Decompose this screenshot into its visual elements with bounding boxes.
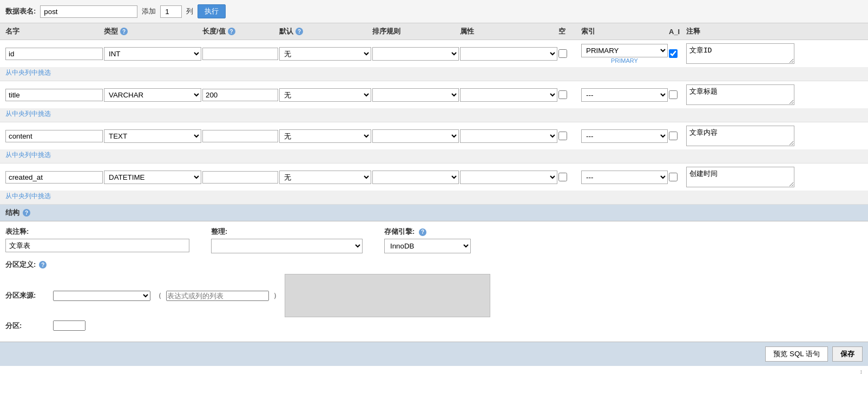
col-default-header: 默认 ?	[279, 27, 371, 36]
field-index-content[interactable]: ---PRIMARYUNIQUEINDEX	[581, 129, 668, 143]
collation-group: 整理:	[211, 227, 363, 253]
partition-source-select[interactable]	[53, 291, 150, 301]
field-attributes-content[interactable]	[460, 129, 557, 143]
field-ai-created-at[interactable]	[669, 173, 678, 181]
primary-label-id: PRIMARY	[611, 57, 638, 64]
field-null-id[interactable]	[558, 49, 567, 58]
length-help-icon[interactable]: ?	[228, 28, 235, 35]
field-attributes-title[interactable]	[460, 88, 557, 102]
row-id-main: INT VARCHARTEXTDATETIME 无NULL PRIMARY --…	[0, 40, 868, 67]
field-length-created-at[interactable]	[202, 171, 278, 184]
field-index-title[interactable]: ---PRIMARYUNIQUEINDEX	[581, 88, 668, 102]
engine-help-icon[interactable]: ?	[419, 228, 426, 236]
save-button[interactable]: 保存	[832, 346, 863, 362]
field-collation-title[interactable]	[372, 88, 459, 102]
col-name-header: 名字	[5, 27, 103, 36]
field-default-title[interactable]: 无NULL	[279, 88, 371, 102]
partition-section: 分区定义: ? 分区来源: （ ） 分区:	[5, 260, 863, 331]
row-id-sub: 从中央列中挑选	[0, 67, 868, 81]
partition-label: 分区:	[5, 321, 49, 331]
field-name-created-at[interactable]	[5, 171, 103, 184]
field-length-title[interactable]	[202, 89, 278, 101]
add-count-input[interactable]	[160, 5, 182, 18]
structure-help-icon[interactable]: ?	[23, 209, 30, 217]
row-id: INT VARCHARTEXTDATETIME 无NULL PRIMARY --…	[0, 40, 868, 81]
footer-bar: 预览 SQL 语句 保存	[0, 342, 868, 366]
type-help-icon[interactable]: ?	[120, 28, 128, 35]
col-attributes-header: 属性	[460, 27, 557, 36]
central-col-link-content[interactable]: 从中央列中挑选	[5, 151, 51, 159]
table-comment-group: 表注释:	[5, 227, 189, 252]
field-type-title[interactable]: INT VARCHARTEXTDATETIME	[104, 88, 201, 102]
default-help-icon[interactable]: ?	[295, 28, 303, 35]
row-created-at-sub: 从中央列中挑选	[0, 191, 868, 204]
table-name-label: 数据表名:	[5, 6, 36, 16]
row-content: INTVARCHAR TEXTDATETIME 无NULL ---PRIMARY…	[0, 122, 868, 163]
storage-engine-select[interactable]: InnoDB MyISAMMEMORYCSV	[384, 239, 471, 253]
row-content-main: INTVARCHAR TEXTDATETIME 无NULL ---PRIMARY…	[0, 122, 868, 149]
field-default-content[interactable]: 无NULL	[279, 129, 371, 143]
table-comment-input[interactable]	[5, 239, 189, 252]
column-label: 列	[186, 6, 193, 16]
field-attributes-id[interactable]	[460, 47, 557, 61]
partition-area	[285, 274, 490, 317]
field-null-content[interactable]	[558, 132, 567, 140]
col-ai-header: A_I	[669, 28, 685, 36]
field-default-created-at[interactable]: 无NULLCURRENT_TIMESTAMP	[279, 171, 371, 184]
field-ai-id[interactable]	[669, 49, 678, 58]
execute-button[interactable]: 执行	[198, 4, 226, 18]
row-title-sub: 从中央列中挑选	[0, 108, 868, 122]
field-type-content[interactable]: INTVARCHAR TEXTDATETIME	[104, 129, 201, 143]
field-collation-content[interactable]	[372, 129, 459, 143]
storage-engine-label: 存储引擎: ?	[384, 227, 471, 237]
field-collation-created-at[interactable]	[372, 171, 459, 184]
field-length-content[interactable]	[202, 130, 278, 142]
field-length-id[interactable]	[202, 48, 278, 60]
central-col-link-title[interactable]: 从中央列中挑选	[5, 110, 51, 117]
field-comment-id[interactable]: 文章ID	[686, 43, 794, 64]
col-collation-header: 排序规则	[372, 27, 459, 36]
col-type-header: 类型 ?	[104, 27, 201, 36]
storage-engine-group: 存储引擎: ? InnoDB MyISAMMEMORYCSV	[384, 227, 471, 253]
col-null-header: 空	[558, 27, 580, 36]
collation-select[interactable]	[211, 239, 363, 253]
central-col-link-id[interactable]: 从中央列中挑选	[5, 69, 51, 76]
row-title-main: INT VARCHARTEXTDATETIME 无NULL ---PRIMARY…	[0, 81, 868, 108]
field-collation-id[interactable]	[372, 47, 459, 61]
field-default-id[interactable]: 无NULL	[279, 47, 371, 61]
field-type-id[interactable]: INT VARCHARTEXTDATETIME	[104, 47, 201, 61]
field-ai-content[interactable]	[669, 132, 678, 140]
paren-close: ）	[273, 291, 280, 300]
table-name-input[interactable]	[40, 5, 137, 18]
bottom-section: 表注释: 整理: 存储引擎: ? InnoDB MyISAMMEMORYCSV …	[0, 221, 868, 336]
field-name-title[interactable]	[5, 89, 103, 101]
field-comment-title[interactable]: 文章标题	[686, 84, 794, 105]
field-index-id[interactable]: PRIMARY ---UNIQUEINDEX	[581, 44, 668, 57]
field-ai-title[interactable]	[669, 90, 678, 99]
collation-label: 整理:	[211, 227, 363, 237]
partition-help-icon[interactable]: ?	[39, 261, 47, 269]
table-comment-label: 表注释:	[5, 227, 189, 237]
scroll-hint: ↕	[0, 366, 868, 377]
field-type-created-at[interactable]: INTVARCHARTEXT DATETIME	[104, 171, 201, 184]
table-header: 名字 类型 ? 长度/值 ? 默认 ? 排序规则 属性 空 索引 A_I 注释	[0, 23, 868, 40]
add-label: 添加	[142, 6, 156, 16]
partition-expression-input[interactable]	[166, 291, 269, 301]
partition-count-input[interactable]	[53, 320, 86, 331]
field-name-content[interactable]	[5, 130, 103, 142]
field-name-id[interactable]	[5, 48, 103, 60]
central-col-link-created-at[interactable]: 从中央列中挑选	[5, 192, 51, 200]
col-comment-header: 注释	[686, 27, 794, 36]
field-attributes-created-at[interactable]	[460, 171, 557, 184]
field-null-created-at[interactable]	[558, 173, 567, 181]
field-comment-content[interactable]: 文章内容	[686, 126, 794, 146]
paren-open: （	[155, 291, 162, 300]
col-index-header: 索引	[581, 27, 668, 36]
field-comment-created-at[interactable]: 创建时间	[686, 167, 794, 187]
row-created-at: INTVARCHARTEXT DATETIME 无NULLCURRENT_TIM…	[0, 163, 868, 205]
field-null-title[interactable]	[558, 90, 567, 99]
top-bar: 数据表名: 添加 列 执行	[0, 0, 868, 23]
row-content-sub: 从中央列中挑选	[0, 149, 868, 163]
preview-sql-button[interactable]: 预览 SQL 语句	[765, 346, 828, 362]
field-index-created-at[interactable]: ---PRIMARYUNIQUEINDEX	[581, 171, 668, 184]
